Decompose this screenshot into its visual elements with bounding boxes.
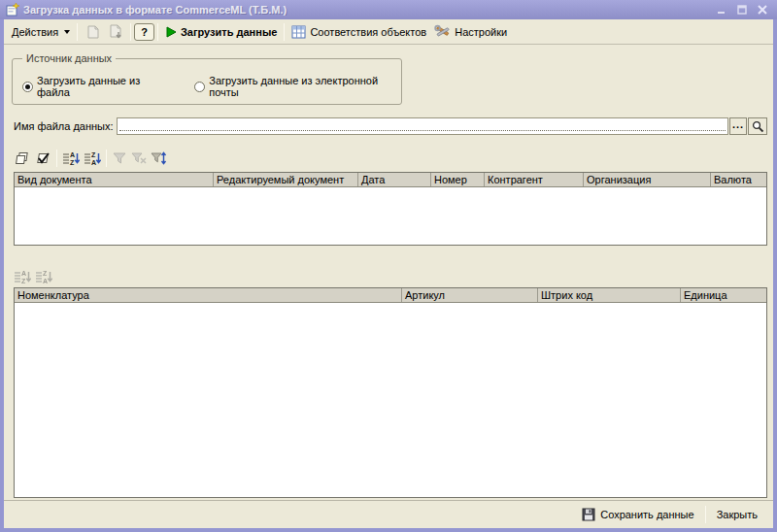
titlebar: Загрузка данных в формате CommerceML (Т.… xyxy=(0,0,777,19)
mark-sheet-button[interactable] xyxy=(32,149,53,168)
items-sort-asc-button[interactable]: A Z xyxy=(12,267,33,286)
table-grid-icon xyxy=(291,25,306,39)
documents-toolbar: A Z Z A xyxy=(12,148,169,169)
svg-text:A: A xyxy=(21,270,26,277)
window-icon xyxy=(6,3,19,17)
svg-text:Z: Z xyxy=(91,151,96,158)
items-sort-desc-button[interactable]: Z A xyxy=(33,267,54,286)
column-header-unit[interactable]: Единица xyxy=(681,288,766,302)
filter-settings-button[interactable] xyxy=(149,149,169,168)
sort-asc-button[interactable]: A Z xyxy=(60,149,82,168)
browse-button[interactable]: ... xyxy=(729,117,747,135)
load-data-button[interactable]: Загрузить данные xyxy=(161,21,281,43)
items-table-body[interactable] xyxy=(15,303,766,497)
svg-text:A: A xyxy=(43,278,48,284)
save-data-label: Сохранить данные xyxy=(600,509,693,520)
column-header-barcode[interactable]: Штрих код xyxy=(538,288,681,302)
window-title: Загрузка данных в формате CommerceML (Т.… xyxy=(23,4,715,16)
bottom-bar-separator xyxy=(705,506,706,523)
play-icon xyxy=(165,26,177,38)
svg-text:A: A xyxy=(70,151,75,158)
column-header-currency[interactable]: Валюта xyxy=(711,173,766,186)
column-header-counterparty[interactable]: Контрагент xyxy=(485,173,584,186)
column-header-edited-doc[interactable]: Редактируемый документ xyxy=(214,173,358,186)
open-file-button[interactable] xyxy=(748,117,767,135)
documents-table: Вид документа Редактируемый документ Дат… xyxy=(14,172,767,246)
column-header-organization[interactable]: Организация xyxy=(584,173,711,186)
file-name-input[interactable] xyxy=(117,117,728,135)
radio-selected-icon xyxy=(22,82,33,92)
document-copy-icon xyxy=(84,24,100,40)
close-button-label: Закрыть xyxy=(717,509,758,520)
client-area: Действия xyxy=(4,19,773,528)
toolbar-separator xyxy=(56,150,57,167)
stacked-sheets-button[interactable] xyxy=(12,149,32,168)
svg-text:Z: Z xyxy=(21,278,26,284)
object-matches-label: Соответствия объектов xyxy=(310,26,426,38)
sort-za-icon: Z A xyxy=(84,150,101,166)
sort-az-icon: A Z xyxy=(14,269,31,284)
radio-load-from-email[interactable]: Загрузить данные из электронной почты xyxy=(194,75,401,98)
funnel-icon xyxy=(112,150,127,166)
radio-unselected-icon xyxy=(194,82,205,92)
settings-label: Настройки xyxy=(455,26,507,38)
column-header-nomenclature[interactable]: Номенклатура xyxy=(15,288,402,302)
floppy-disk-icon xyxy=(582,508,595,521)
write-document-button[interactable] xyxy=(104,21,127,43)
main-toolbar: Действия xyxy=(4,19,773,45)
data-source-title: Источник данных xyxy=(22,52,116,64)
app-window: Загрузка данных в формате CommerceML (Т.… xyxy=(0,0,777,532)
actions-label: Действия xyxy=(12,26,58,38)
bottom-bar: Сохранить данные Закрыть xyxy=(4,500,773,528)
object-matches-button[interactable]: Соответствия объектов xyxy=(287,21,430,43)
tools-icon xyxy=(434,24,451,39)
help-button[interactable]: ? xyxy=(134,23,154,41)
chevron-down-icon xyxy=(64,30,70,34)
file-name-label: Имя файла данных: xyxy=(14,120,117,132)
sort-desc-button[interactable]: Z A xyxy=(82,149,103,168)
close-icon[interactable] xyxy=(756,4,769,17)
radio-load-from-email-label: Загрузить данные из электронной почты xyxy=(209,75,401,98)
magnifier-icon xyxy=(752,120,764,133)
items-table: Номенклатура Артикул Штрих код Единица xyxy=(14,287,767,498)
file-name-row: Имя файла данных: ... xyxy=(14,116,767,136)
radio-load-from-file-label: Загрузить данные из файла xyxy=(37,75,169,98)
column-header-article[interactable]: Артикул xyxy=(402,288,538,302)
sheet-checkmark-icon xyxy=(34,150,51,166)
actions-menu-button[interactable]: Действия xyxy=(8,21,74,43)
items-toolbar: A Z Z A xyxy=(12,266,54,287)
items-table-header: Номенклатура Артикул Штрих код Единица xyxy=(15,288,766,303)
document-arrow-icon xyxy=(108,24,123,40)
data-source-groupbox: Источник данных Загрузить данные из файл… xyxy=(12,58,402,105)
clear-filter-button[interactable] xyxy=(129,149,149,168)
maximize-icon[interactable] xyxy=(735,4,749,17)
column-header-doc-type[interactable]: Вид документа xyxy=(15,173,214,186)
documents-table-header: Вид документа Редактируемый документ Дат… xyxy=(15,173,766,187)
column-header-number[interactable]: Номер xyxy=(431,173,485,186)
column-header-date[interactable]: Дата xyxy=(358,173,431,186)
toolbar-separator xyxy=(106,150,107,167)
svg-text:A: A xyxy=(91,159,96,166)
load-data-label: Загрузить данные xyxy=(181,26,277,38)
settings-button[interactable]: Настройки xyxy=(430,21,511,43)
toolbar-separator xyxy=(77,23,78,41)
filter-button[interactable] xyxy=(110,149,129,168)
sort-az-icon: A Z xyxy=(62,150,80,166)
toolbar-separator xyxy=(157,23,158,41)
help-label: ? xyxy=(141,26,148,38)
stacked-sheets-icon xyxy=(14,150,30,166)
documents-table-body[interactable] xyxy=(15,187,766,245)
sort-za-icon: Z A xyxy=(35,269,52,284)
minimize-icon[interactable] xyxy=(715,4,728,17)
toolbar-separator xyxy=(130,23,131,41)
funnel-arrows-icon xyxy=(151,150,167,166)
funnel-x-icon xyxy=(131,150,147,166)
svg-text:Z: Z xyxy=(70,159,75,166)
radio-load-from-file[interactable]: Загрузить данные из файла xyxy=(22,75,169,98)
close-button[interactable]: Закрыть xyxy=(709,506,765,523)
svg-text:Z: Z xyxy=(43,270,48,277)
copy-document-button[interactable] xyxy=(81,21,104,43)
toolbar-separator xyxy=(284,23,285,41)
save-data-button[interactable]: Сохранить данные xyxy=(574,505,701,524)
